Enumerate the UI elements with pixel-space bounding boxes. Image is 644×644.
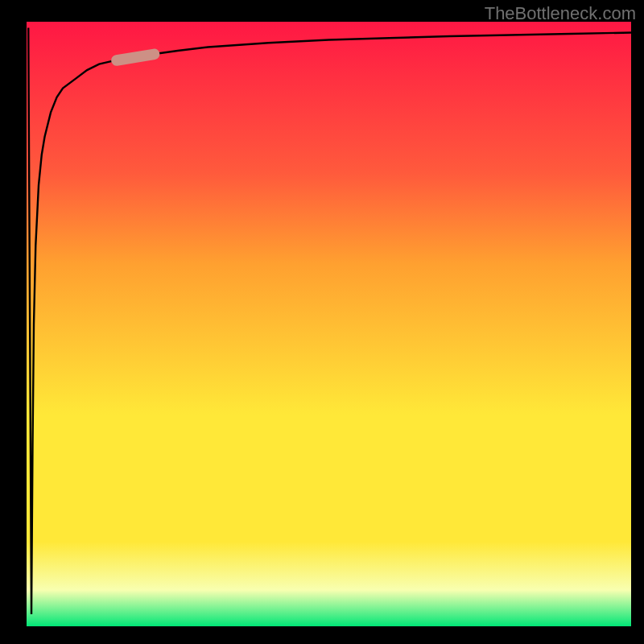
plot-area [27,22,631,626]
chart-svg [27,22,631,626]
watermark-text: TheBottleneck.com [485,3,636,24]
gradient-background [27,22,631,626]
